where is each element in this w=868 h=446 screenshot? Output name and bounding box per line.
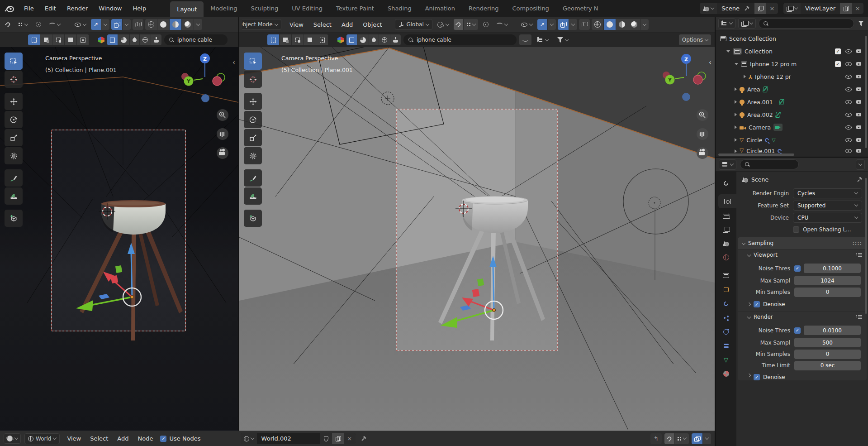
outliner-viewlayer-dropdown[interactable] [738, 18, 756, 29]
proportional-edit-toggle[interactable] [33, 19, 44, 30]
expand-icon[interactable] [735, 113, 737, 116]
presets-icon[interactable] [856, 253, 862, 258]
select-invert-button[interactable] [65, 34, 77, 45]
outliner-row-area[interactable]: Area [716, 83, 868, 96]
outliner-row-circle[interactable]: ▽ Circle ▽ [716, 134, 868, 146]
snap-toggle[interactable] [664, 433, 674, 444]
hide-viewport-icon[interactable] [845, 137, 852, 143]
workspace-tab-compositing[interactable]: Compositing [505, 0, 556, 17]
shader-menu-view[interactable]: View [63, 433, 85, 444]
expand-icon[interactable] [735, 87, 737, 91]
axis-neg-z-ball[interactable] [201, 94, 209, 102]
shading-material-button[interactable] [616, 19, 628, 30]
browse-world-dropdown[interactable] [241, 433, 257, 444]
expand-icon[interactable] [735, 149, 737, 153]
snap-magnet-toggle[interactable] [3, 19, 13, 30]
properties-tab-render[interactable] [718, 194, 736, 208]
shading-dropdown[interactable] [194, 19, 202, 30]
workspace-tab-geometry-n[interactable]: Geometry N [556, 0, 605, 17]
copy-viewlayer-button[interactable] [840, 3, 852, 14]
use-nodes-checkbox[interactable]: ✓ [160, 436, 166, 442]
pin-icon[interactable] [361, 436, 367, 441]
tool-select-box[interactable] [5, 53, 23, 70]
overlays-toggle[interactable] [692, 433, 702, 444]
properties-tab-world[interactable] [716, 250, 736, 264]
properties-tab-modifiers[interactable] [716, 297, 736, 311]
workspace-tab-uv-editing[interactable]: UV Editing [285, 0, 329, 17]
tool-rotate[interactable] [5, 111, 23, 128]
denoise-expand-icon[interactable] [747, 302, 751, 306]
tool-scale[interactable] [5, 129, 23, 146]
workspace-tab-shading[interactable]: Shading [381, 0, 418, 17]
osl-checkbox[interactable]: ✓ [793, 226, 799, 233]
menu-edit[interactable]: Edit [40, 3, 61, 14]
gizmo-toggle[interactable]: ↗ [537, 19, 547, 30]
select-extend-button[interactable] [40, 34, 52, 45]
render-min-value[interactable]: 0 [794, 350, 861, 359]
select-subtract-button[interactable] [52, 34, 65, 45]
select-extend-button[interactable] [280, 34, 292, 45]
fake-user-button[interactable] [320, 433, 332, 444]
outliner-search-input[interactable] [759, 19, 854, 29]
sampling-panel-header[interactable]: Sampling :::: [738, 237, 867, 249]
properties-tab-output[interactable] [716, 208, 736, 222]
disable-render-icon[interactable] [856, 86, 862, 92]
select-set-button[interactable] [28, 34, 40, 45]
hide-viewport-icon[interactable] [845, 86, 852, 92]
properties-tab-scene[interactable] [716, 236, 736, 250]
tool-move[interactable] [5, 93, 23, 110]
filter-globe-toggle[interactable] [379, 34, 390, 45]
menu-add[interactable]: Add [337, 19, 357, 30]
scene-selector[interactable]: Scene × [700, 3, 778, 14]
viewport-right-canvas[interactable]: Y Z ‹ [239, 47, 715, 431]
gizmo-toggle[interactable]: ↗ [91, 19, 101, 30]
properties-options-dropdown[interactable] [856, 159, 865, 170]
filter-globe-toggle[interactable] [139, 34, 151, 45]
axis-x-ball[interactable] [213, 77, 222, 86]
outliner-row-iphone-object[interactable]: Y Iphone 12 pr [716, 70, 868, 83]
hide-viewport-icon[interactable] [845, 112, 852, 117]
zoom-button[interactable] [697, 109, 708, 121]
gizmo-dropdown[interactable] [101, 19, 109, 30]
render-noise-checkbox[interactable]: ✓ [794, 327, 801, 334]
filter-dropdown[interactable] [554, 34, 571, 45]
shading-solid-button[interactable] [603, 19, 616, 30]
expand-icon[interactable] [735, 138, 737, 142]
menu-help[interactable]: Help [128, 3, 152, 14]
shading-wireframe-button[interactable] [592, 19, 603, 30]
new-scene-icon[interactable] [700, 3, 717, 14]
outliner-row-iphone-collection[interactable]: Iphone 12 pro m ✓ [716, 58, 868, 70]
tool-add-cube[interactable] [5, 210, 23, 227]
viewlayer-selector[interactable]: ViewLayer × [783, 3, 863, 14]
shader-menu-node[interactable]: Node [134, 433, 157, 444]
tool-add-cube[interactable] [244, 210, 262, 227]
properties-tab-tool[interactable] [716, 176, 736, 190]
outliner-display-mode-dropdown[interactable] [718, 18, 735, 29]
menu-object[interactable]: Object [359, 19, 386, 30]
menu-render[interactable]: Render [62, 3, 93, 14]
viewport-nav-buttons[interactable] [217, 109, 228, 159]
viewport-subpanel-header[interactable]: Viewport [738, 249, 867, 260]
outliner-sync-dropdown[interactable] [534, 34, 551, 45]
disable-render-icon[interactable] [856, 99, 862, 105]
viewport-noise-value[interactable]: 0.1000 [804, 264, 861, 273]
tool-rotate[interactable] [244, 111, 262, 128]
filter-droplet-toggle[interactable] [129, 34, 139, 45]
expand-icon[interactable] [726, 50, 730, 53]
parent-node-tree-button[interactable]: ↰ [650, 433, 662, 444]
tool-annotate[interactable] [5, 169, 23, 187]
exclude-checkbox[interactable]: ✓ [835, 61, 841, 67]
world-datablock-widget[interactable]: World.002 × [241, 433, 356, 444]
hide-viewport-icon[interactable] [845, 74, 852, 79]
asset-search-input[interactable]: iphone cable [164, 34, 228, 45]
disable-render-icon[interactable] [856, 137, 862, 143]
workspace-tab-texture-paint[interactable]: Texture Paint [329, 0, 381, 17]
outliner-horizontal-scrollbar[interactable] [718, 153, 794, 156]
disable-render-icon[interactable] [856, 125, 862, 130]
pin-icon[interactable] [857, 177, 863, 182]
zoom-button[interactable] [217, 109, 228, 121]
tool-measure[interactable] [244, 187, 262, 205]
render-noise-value[interactable]: 0.0100 [804, 326, 861, 335]
snap-magnet-toggle[interactable] [454, 19, 463, 30]
outliner-row-scene-collection[interactable]: Scene Collection [716, 32, 868, 45]
